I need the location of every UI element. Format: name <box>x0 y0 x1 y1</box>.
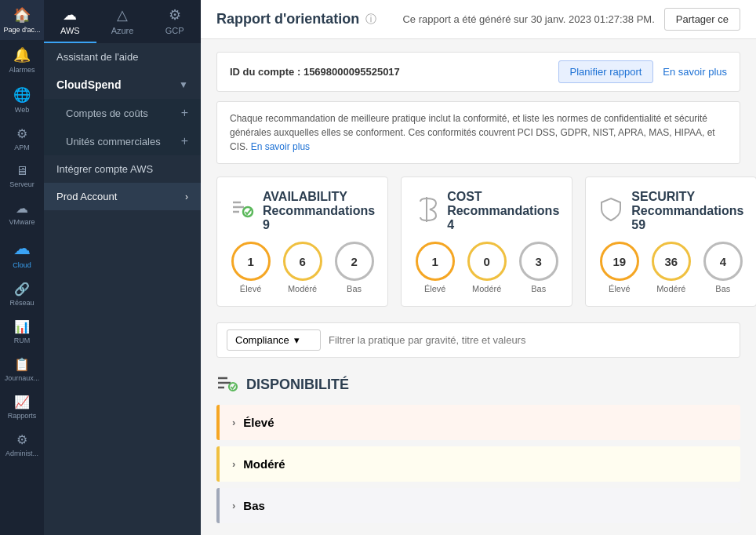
circle-value-medium: 0 <box>467 242 507 281</box>
circle-value-medium: 36 <box>652 242 691 281</box>
card-title-block-availability: AVAILABILITY Recommandations 9 <box>263 190 375 232</box>
sidebar-item-vmware[interactable]: ☁ VMware <box>0 195 44 232</box>
card-title-block-cost: COST Recommandations 4 <box>447 190 559 232</box>
expand-rows: › Élevé › Modéré › Bas <box>216 405 740 523</box>
sidebar-label: Administ... <box>5 449 38 457</box>
expand-row-header-high[interactable]: › Élevé <box>216 405 740 440</box>
menu-item-label: Intégrer compte AWS <box>56 163 153 175</box>
plan-report-button[interactable]: Planifier rapport <box>558 60 654 83</box>
disponibilite-section-header: DISPONIBILITÉ <box>216 373 740 395</box>
azure-icon: △ <box>117 6 128 24</box>
chevron-right-icon: › <box>232 417 235 428</box>
sidebar-item-rapports[interactable]: 📈 Rapports <box>0 388 44 426</box>
card-availability: AVAILABILITY Recommandations 9 1 Élevé 6 <box>216 177 388 307</box>
sidebar-item-cloud[interactable]: ☁ Cloud <box>0 232 44 275</box>
sidebar-label: RUM <box>14 337 31 344</box>
chevron-right-icon: › <box>232 458 235 470</box>
share-button[interactable]: Partager ce <box>664 8 740 31</box>
info-icon[interactable]: ⓘ <box>365 13 376 27</box>
tab-gcp[interactable]: ⚙ GCP <box>148 0 201 43</box>
card-subtitle-security: Recommandations 59 <box>631 204 743 232</box>
tab-gcp-label: GCP <box>165 26 184 35</box>
circle-label-high: Élevé <box>240 284 262 293</box>
plus-icon: + <box>181 106 188 120</box>
admin-icon: ⚙ <box>16 432 27 447</box>
circle-label-low: Bas <box>715 284 730 293</box>
sidebar-item-journaux[interactable]: 📋 Journaux... <box>0 351 44 388</box>
circle-high-security: 19 Élevé <box>600 242 639 293</box>
top-bar-right: Ce rapport a été généré sur 30 janv. 202… <box>402 8 740 31</box>
account-id-value: 15698000095525017 <box>303 66 400 78</box>
circle-value-high: 1 <box>416 242 455 281</box>
circle-label-medium: Modéré <box>288 284 317 293</box>
sidebar-item-web[interactable]: 🌐 Web <box>0 80 44 120</box>
menu-item-assistant[interactable]: Assistant de l'aide <box>44 43 201 71</box>
card-header-cost: COST Recommandations 4 <box>414 190 559 232</box>
logs-icon: 📋 <box>14 357 30 372</box>
sidebar-item-reseau[interactable]: 🔗 Réseau <box>0 275 44 313</box>
network-icon: 🔗 <box>14 282 30 297</box>
compliance-label: Compliance <box>235 334 289 346</box>
learn-more-link[interactable]: En savoir plus <box>663 66 727 78</box>
disponibilite-icon <box>216 373 238 395</box>
account-id-label: ID du compte : <box>230 66 300 78</box>
cloud-icon: ☁ <box>13 238 31 259</box>
expand-row-header-medium[interactable]: › Modéré <box>216 446 740 482</box>
bell-icon: 🔔 <box>13 46 31 64</box>
compliance-select[interactable]: Compliance ▾ <box>227 329 321 351</box>
card-title-block-security: SECURITY Recommandations 59 <box>631 190 743 232</box>
circle-medium-cost: 0 Modéré <box>467 242 507 293</box>
expand-row-high: › Élevé <box>216 405 740 440</box>
cloud-provider-tabs: ☁ AWS △ Azure ⚙ GCP <box>44 0 201 43</box>
menu-item-comptes[interactable]: Comptes de coûts + <box>44 99 201 127</box>
menu-item-label: Prod Account <box>56 191 117 202</box>
circle-medium-security: 36 Modéré <box>652 242 691 293</box>
card-header-security: SECURITY Recommandations 59 <box>598 190 743 232</box>
expand-row-header-low[interactable]: › Bas <box>216 488 740 523</box>
sidebar-item-apm[interactable]: ⚙ APM <box>0 120 44 158</box>
account-bar: ID du compte : 15698000095525017 Planifi… <box>216 52 740 92</box>
circle-label-medium: Modéré <box>472 284 501 293</box>
svg-point-3 <box>243 207 253 217</box>
circle-high-cost: 1 Élevé <box>416 242 455 293</box>
chevron-down-icon: ▼ <box>179 79 188 90</box>
card-title-availability: AVAILABILITY <box>263 190 375 204</box>
circle-value-high: 19 <box>600 242 639 281</box>
tab-aws[interactable]: ☁ AWS <box>44 0 96 43</box>
security-icon <box>598 197 623 225</box>
gcp-icon: ⚙ <box>169 6 181 24</box>
menu-item-unites[interactable]: Unités commerciales + <box>44 127 201 155</box>
generated-label: Ce rapport a été généré sur 30 janv. 202… <box>402 13 654 25</box>
sidebar-item-admin[interactable]: ⚙ Administ... <box>0 426 44 464</box>
sidebar-label: Cloud <box>13 261 31 269</box>
expand-row-medium: › Modéré <box>216 446 740 482</box>
rum-icon: 📊 <box>14 319 30 334</box>
circle-low-cost: 3 Bas <box>519 242 558 293</box>
account-bar-actions: Planifier rapport En savoir plus <box>558 60 727 83</box>
circle-value-medium: 6 <box>283 242 322 281</box>
menu-section-cloudspend[interactable]: CloudSpend ▼ <box>44 71 201 99</box>
card-circles-cost: 1 Élevé 0 Modéré 3 Bas <box>414 242 559 293</box>
tab-azure[interactable]: △ Azure <box>96 0 149 43</box>
aws-icon: ☁ <box>63 6 77 24</box>
section-title-disponibilite: DISPONIBILITÉ <box>246 377 349 393</box>
filter-row: Compliance ▾ <box>216 322 740 358</box>
sidebar-item-alarmes[interactable]: 🔔 Alarmes <box>0 40 44 80</box>
circle-value-low: 2 <box>335 242 374 281</box>
account-id-text: ID du compte : 15698000095525017 <box>230 66 400 78</box>
sidebar-label: Journaux... <box>5 374 40 382</box>
card-circles-availability: 1 Élevé 6 Modéré 2 Bas <box>230 242 375 293</box>
info-box-link[interactable]: En savoir plus <box>251 141 310 152</box>
sidebar-item-rum[interactable]: 📊 RUM <box>0 313 44 351</box>
sidebar-item-page[interactable]: 🏠 Page d'ac... <box>0 0 44 40</box>
top-bar: Rapport d'orientation ⓘ Ce rapport a été… <box>201 0 756 39</box>
top-bar-left: Rapport d'orientation ⓘ <box>216 11 376 27</box>
menu-item-prod-account[interactable]: Prod Account › <box>44 183 201 210</box>
filter-input[interactable] <box>329 334 730 346</box>
dropdown-arrow-icon: ▾ <box>294 334 300 346</box>
plus-icon: + <box>181 134 188 148</box>
card-title-cost: COST <box>447 190 559 204</box>
circle-value-low: 4 <box>703 242 743 281</box>
sidebar-item-serveur[interactable]: 🖥 Serveur <box>0 158 44 195</box>
menu-item-integrer[interactable]: Intégrer compte AWS <box>44 155 201 183</box>
